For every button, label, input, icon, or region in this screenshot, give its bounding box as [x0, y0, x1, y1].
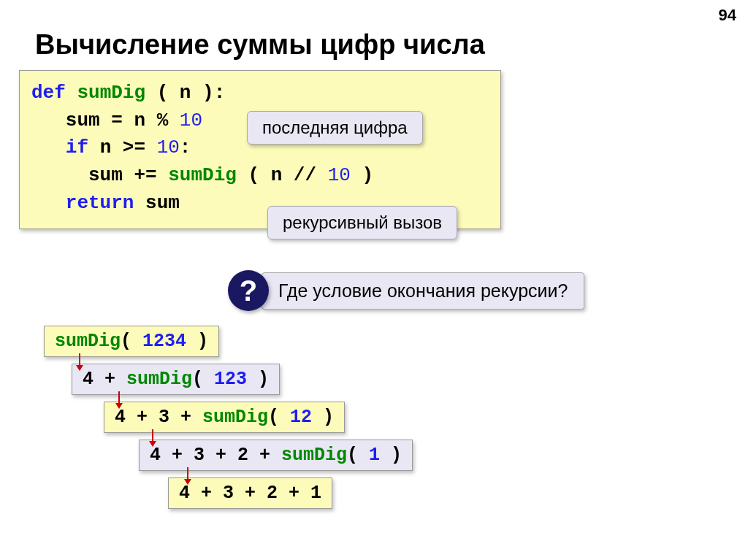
num-literal: 10 [180, 110, 202, 131]
code-text: ) [351, 164, 373, 186]
num-literal: 12 [290, 407, 312, 428]
page-title: Вычисление суммы цифр числа [35, 29, 485, 61]
paren: ) [312, 407, 334, 428]
fn-name: sumDig [77, 82, 156, 104]
expr: 4 + [83, 369, 126, 390]
num-literal: 1234 [142, 331, 186, 352]
page-number: 94 [719, 6, 736, 25]
num-literal: 10 [328, 164, 351, 186]
callout-last-digit: последняя цифра [247, 111, 423, 145]
paren: ( [192, 369, 214, 390]
code-text: ( n // [248, 164, 327, 186]
expr: 4 + 3 + [115, 407, 202, 428]
paren: ) [186, 331, 208, 352]
red-arrow-icon [118, 391, 120, 404]
red-arrow-icon [79, 353, 80, 367]
expr: 4 + 3 + 2 + [150, 445, 281, 466]
kw-def: def [31, 82, 77, 104]
fn-name: sumDig [126, 369, 192, 390]
code-text: ( n ): [157, 82, 226, 104]
red-arrow-icon [152, 429, 153, 442]
paren: ) [380, 445, 402, 466]
kw-return: return [31, 192, 145, 214]
num-literal: 10 [157, 137, 180, 158]
code-text: sum += [31, 164, 168, 186]
num-literal: 123 [214, 369, 247, 390]
paren: ( [347, 445, 369, 466]
code-text: n >= [100, 137, 157, 158]
question-text: Где условие окончания рекурсии? [262, 272, 584, 310]
trace-step-2: 4 + sumDig( 123 ) [72, 364, 280, 395]
trace-step-3: 4 + 3 + sumDig( 12 ) [104, 402, 345, 433]
fn-name: sumDig [55, 331, 121, 352]
red-arrow-icon [187, 467, 188, 480]
fn-name: sumDig [281, 445, 347, 466]
paren: ( [121, 331, 142, 352]
kw-if: if [31, 137, 100, 158]
expr: 4 + 3 + 2 + 1 [179, 483, 321, 504]
code-text: : [180, 137, 191, 158]
question-mark-icon: ? [228, 270, 269, 311]
num-literal: 1 [369, 445, 380, 466]
question-row: ? Где условие окончания рекурсии? [228, 270, 584, 311]
paren: ( [268, 407, 290, 428]
trace-step-4: 4 + 3 + 2 + sumDig( 1 ) [139, 440, 413, 471]
trace-step-1: sumDig( 1234 ) [44, 326, 219, 357]
fn-name: sumDig [168, 164, 248, 186]
trace-step-5: 4 + 3 + 2 + 1 [168, 477, 332, 509]
code-line-4: sum += sumDig ( n // 10 ) [31, 162, 489, 190]
code-text: sum [145, 192, 180, 214]
paren: ) [247, 369, 269, 390]
callout-recursive-call: рекурсивный вызов [267, 206, 457, 239]
code-text: sum = n % [31, 110, 180, 131]
code-line-1: def sumDig ( n ): [31, 80, 489, 107]
fn-name: sumDig [202, 407, 268, 428]
